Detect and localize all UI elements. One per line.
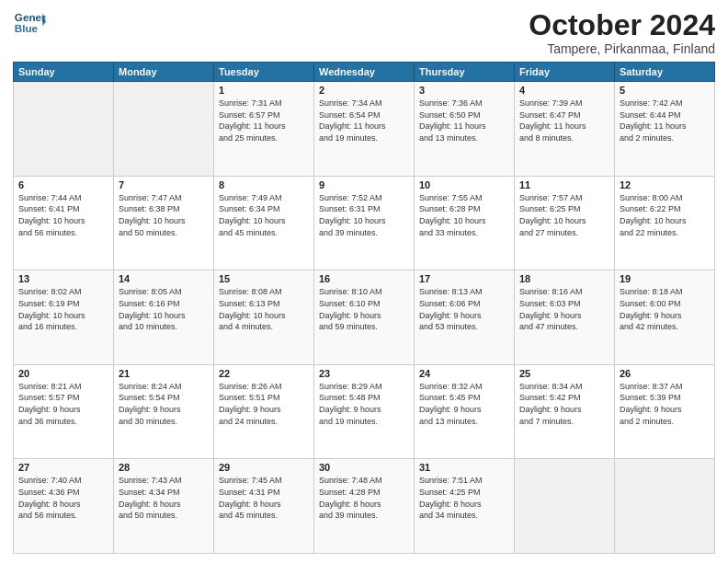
day-info: Sunrise: 8:26 AM Sunset: 5:51 PM Dayligh… xyxy=(219,381,309,427)
calendar-week-3: 13Sunrise: 8:02 AM Sunset: 6:19 PM Dayli… xyxy=(14,270,715,365)
calendar-cell: 30Sunrise: 7:48 AM Sunset: 4:28 PM Dayli… xyxy=(314,459,415,554)
day-number: 31 xyxy=(419,462,509,473)
day-info: Sunrise: 7:49 AM Sunset: 6:34 PM Dayligh… xyxy=(219,192,309,238)
calendar-cell: 17Sunrise: 8:13 AM Sunset: 6:06 PM Dayli… xyxy=(415,270,515,365)
calendar-week-4: 20Sunrise: 8:21 AM Sunset: 5:57 PM Dayli… xyxy=(14,364,715,459)
calendar-cell: 19Sunrise: 8:18 AM Sunset: 6:00 PM Dayli… xyxy=(615,270,715,365)
calendar-cell: 20Sunrise: 8:21 AM Sunset: 5:57 PM Dayli… xyxy=(14,364,114,459)
day-info: Sunrise: 8:10 AM Sunset: 6:10 PM Dayligh… xyxy=(319,286,409,332)
header-thursday: Thursday xyxy=(415,63,515,82)
day-number: 5 xyxy=(620,85,710,96)
calendar-cell: 16Sunrise: 8:10 AM Sunset: 6:10 PM Dayli… xyxy=(314,270,415,365)
calendar-cell: 26Sunrise: 8:37 AM Sunset: 5:39 PM Dayli… xyxy=(615,364,715,459)
calendar-cell: 13Sunrise: 8:02 AM Sunset: 6:19 PM Dayli… xyxy=(14,270,114,365)
calendar-cell: 14Sunrise: 8:05 AM Sunset: 6:16 PM Dayli… xyxy=(114,270,214,365)
day-info: Sunrise: 7:45 AM Sunset: 4:31 PM Dayligh… xyxy=(219,475,309,521)
day-number: 23 xyxy=(319,368,409,379)
calendar-cell: 11Sunrise: 7:57 AM Sunset: 6:25 PM Dayli… xyxy=(515,176,615,270)
day-number: 12 xyxy=(620,179,710,190)
header-monday: Monday xyxy=(114,63,214,82)
month-title: October 2024 xyxy=(529,9,715,41)
day-number: 27 xyxy=(18,462,108,473)
day-info: Sunrise: 8:00 AM Sunset: 6:22 PM Dayligh… xyxy=(620,192,710,238)
day-info: Sunrise: 8:34 AM Sunset: 5:42 PM Dayligh… xyxy=(519,381,609,427)
day-number: 4 xyxy=(519,85,609,96)
calendar-cell: 25Sunrise: 8:34 AM Sunset: 5:42 PM Dayli… xyxy=(515,364,615,459)
day-number: 14 xyxy=(119,273,209,284)
day-number: 22 xyxy=(219,368,309,379)
day-info: Sunrise: 8:24 AM Sunset: 5:54 PM Dayligh… xyxy=(119,381,209,427)
day-info: Sunrise: 7:44 AM Sunset: 6:41 PM Dayligh… xyxy=(18,192,108,238)
calendar-cell xyxy=(14,82,114,177)
day-info: Sunrise: 7:51 AM Sunset: 4:25 PM Dayligh… xyxy=(419,475,509,521)
day-number: 30 xyxy=(319,462,409,473)
day-info: Sunrise: 8:08 AM Sunset: 6:13 PM Dayligh… xyxy=(219,286,309,332)
calendar-cell: 4Sunrise: 7:39 AM Sunset: 6:47 PM Daylig… xyxy=(515,82,615,177)
calendar-week-1: 1Sunrise: 7:31 AM Sunset: 6:57 PM Daylig… xyxy=(14,82,715,177)
calendar-cell: 24Sunrise: 8:32 AM Sunset: 5:45 PM Dayli… xyxy=(415,364,515,459)
svg-text:Blue: Blue xyxy=(15,22,39,34)
header-friday: Friday xyxy=(515,63,615,82)
calendar-cell: 7Sunrise: 7:47 AM Sunset: 6:38 PM Daylig… xyxy=(114,176,214,270)
day-number: 16 xyxy=(319,273,409,284)
calendar-cell: 15Sunrise: 8:08 AM Sunset: 6:13 PM Dayli… xyxy=(214,270,314,365)
title-block: October 2024 Tampere, Pirkanmaa, Finland xyxy=(529,9,715,56)
day-number: 24 xyxy=(419,368,509,379)
day-number: 6 xyxy=(18,179,108,190)
calendar-cell: 9Sunrise: 7:52 AM Sunset: 6:31 PM Daylig… xyxy=(314,176,415,270)
day-number: 1 xyxy=(219,85,309,96)
day-info: Sunrise: 7:40 AM Sunset: 4:36 PM Dayligh… xyxy=(18,475,108,521)
calendar-cell: 22Sunrise: 8:26 AM Sunset: 5:51 PM Dayli… xyxy=(214,364,314,459)
calendar-cell: 12Sunrise: 8:00 AM Sunset: 6:22 PM Dayli… xyxy=(615,176,715,270)
page-header: General Blue October 2024 Tampere, Pirka… xyxy=(13,9,715,56)
day-number: 9 xyxy=(319,179,409,190)
day-info: Sunrise: 7:57 AM Sunset: 6:25 PM Dayligh… xyxy=(519,192,609,238)
calendar-table: SundayMondayTuesdayWednesdayThursdayFrid… xyxy=(13,62,715,554)
day-info: Sunrise: 8:13 AM Sunset: 6:06 PM Dayligh… xyxy=(419,286,509,332)
calendar-week-2: 6Sunrise: 7:44 AM Sunset: 6:41 PM Daylig… xyxy=(14,176,715,270)
header-saturday: Saturday xyxy=(615,63,715,82)
day-number: 15 xyxy=(219,273,309,284)
day-number: 8 xyxy=(219,179,309,190)
calendar-cell: 31Sunrise: 7:51 AM Sunset: 4:25 PM Dayli… xyxy=(415,459,515,554)
day-number: 11 xyxy=(519,179,609,190)
day-info: Sunrise: 7:47 AM Sunset: 6:38 PM Dayligh… xyxy=(119,192,209,238)
day-number: 29 xyxy=(219,462,309,473)
day-info: Sunrise: 8:18 AM Sunset: 6:00 PM Dayligh… xyxy=(620,286,710,332)
day-info: Sunrise: 7:42 AM Sunset: 6:44 PM Dayligh… xyxy=(620,98,710,144)
day-number: 26 xyxy=(620,368,710,379)
calendar-cell: 28Sunrise: 7:43 AM Sunset: 4:34 PM Dayli… xyxy=(114,459,214,554)
calendar-cell: 18Sunrise: 8:16 AM Sunset: 6:03 PM Dayli… xyxy=(515,270,615,365)
day-number: 18 xyxy=(519,273,609,284)
header-tuesday: Tuesday xyxy=(214,63,314,82)
day-info: Sunrise: 7:39 AM Sunset: 6:47 PM Dayligh… xyxy=(519,98,609,144)
day-info: Sunrise: 8:29 AM Sunset: 5:48 PM Dayligh… xyxy=(319,381,409,427)
calendar-cell: 23Sunrise: 8:29 AM Sunset: 5:48 PM Dayli… xyxy=(314,364,415,459)
calendar-cell: 27Sunrise: 7:40 AM Sunset: 4:36 PM Dayli… xyxy=(14,459,114,554)
calendar-week-5: 27Sunrise: 7:40 AM Sunset: 4:36 PM Dayli… xyxy=(14,459,715,554)
calendar-cell: 21Sunrise: 8:24 AM Sunset: 5:54 PM Dayli… xyxy=(114,364,214,459)
day-info: Sunrise: 8:05 AM Sunset: 6:16 PM Dayligh… xyxy=(119,286,209,332)
day-number: 21 xyxy=(119,368,209,379)
day-number: 20 xyxy=(18,368,108,379)
calendar-cell: 29Sunrise: 7:45 AM Sunset: 4:31 PM Dayli… xyxy=(214,459,314,554)
day-info: Sunrise: 8:02 AM Sunset: 6:19 PM Dayligh… xyxy=(18,286,108,332)
calendar-cell xyxy=(114,82,214,177)
day-number: 19 xyxy=(620,273,710,284)
calendar-cell: 8Sunrise: 7:49 AM Sunset: 6:34 PM Daylig… xyxy=(214,176,314,270)
day-number: 10 xyxy=(419,179,509,190)
calendar-cell: 6Sunrise: 7:44 AM Sunset: 6:41 PM Daylig… xyxy=(14,176,114,270)
day-info: Sunrise: 7:52 AM Sunset: 6:31 PM Dayligh… xyxy=(319,192,409,238)
logo: General Blue xyxy=(13,9,46,37)
day-info: Sunrise: 8:37 AM Sunset: 5:39 PM Dayligh… xyxy=(620,381,710,427)
day-number: 17 xyxy=(419,273,509,284)
day-number: 3 xyxy=(419,85,509,96)
day-info: Sunrise: 7:36 AM Sunset: 6:50 PM Dayligh… xyxy=(419,98,509,144)
calendar-cell xyxy=(615,459,715,554)
day-number: 7 xyxy=(119,179,209,190)
calendar-cell xyxy=(515,459,615,554)
header-sunday: Sunday xyxy=(14,63,114,82)
day-info: Sunrise: 8:16 AM Sunset: 6:03 PM Dayligh… xyxy=(519,286,609,332)
calendar-cell: 10Sunrise: 7:55 AM Sunset: 6:28 PM Dayli… xyxy=(415,176,515,270)
day-number: 13 xyxy=(18,273,108,284)
